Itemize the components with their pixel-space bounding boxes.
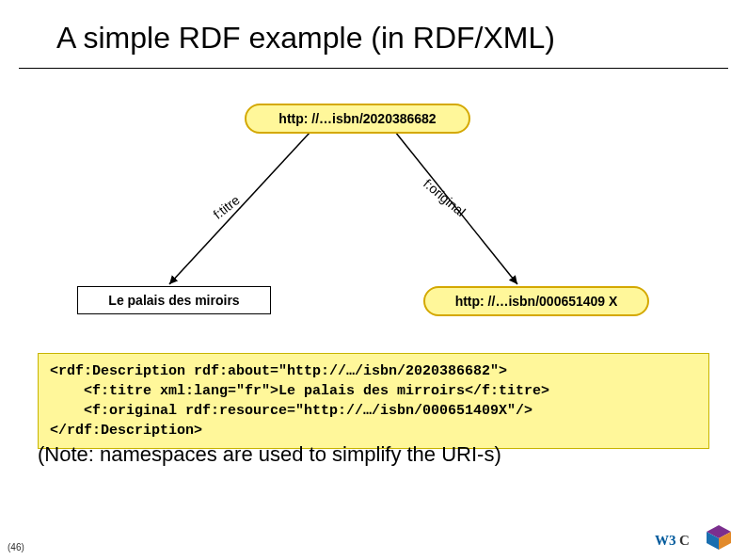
graph-node-titre: Le palais des miroirs (77, 286, 271, 314)
page-number: (46) (8, 542, 24, 552)
w3c-logo-icon: W3 C (655, 528, 696, 552)
edge-label-original: f:original (421, 176, 469, 219)
graph-node-original: http: //…isbn/000651409 X (423, 286, 649, 316)
slide: A simple RDF example (in RDF/XML) http: … (0, 0, 747, 560)
svg-text:W3: W3 (655, 533, 676, 548)
note-text: (Note: namespaces are used to simplify t… (38, 442, 501, 467)
page-title: A simple RDF example (in RDF/XML) (56, 21, 709, 56)
graph-node-subject: http: //…isbn/2020386682 (245, 104, 470, 134)
title-divider (19, 68, 728, 69)
code-block: <rdf:Description rdf:about="http://…/isb… (38, 353, 709, 449)
graph-arrows (0, 0, 747, 560)
semantic-web-logo-icon (704, 522, 734, 552)
edge-label-titre: f:titre (210, 192, 242, 222)
svg-text:C: C (679, 533, 690, 548)
svg-line-0 (169, 132, 310, 284)
